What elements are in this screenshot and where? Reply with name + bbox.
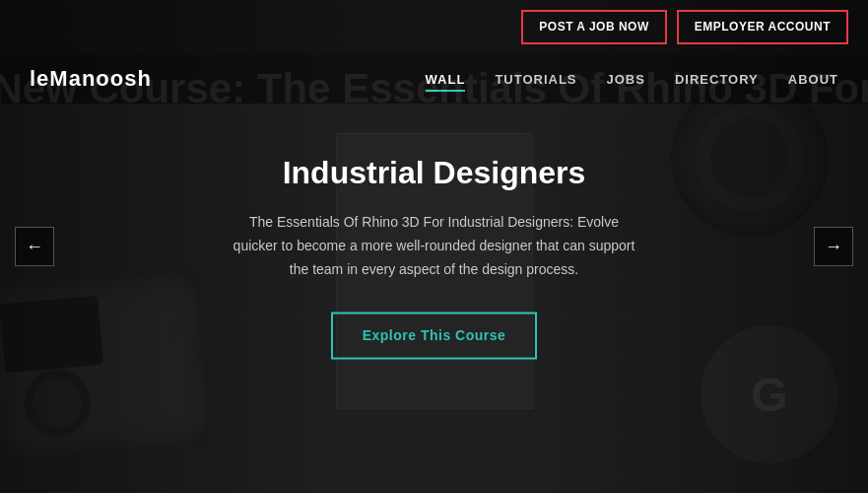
cta-explore-button[interactable]: Explore This Course bbox=[331, 312, 538, 359]
nav-wall[interactable]: WALL bbox=[426, 72, 466, 87]
nav-tutorials[interactable]: TUTORIALS bbox=[495, 72, 576, 87]
prev-slide-button[interactable]: ← bbox=[15, 227, 54, 266]
nav-links: WALL TUTORIALS JOBS DIRECTORY ABOUT bbox=[426, 72, 838, 87]
nav-about[interactable]: ABOUT bbox=[788, 72, 838, 87]
hero-content: New Course: The Essentials Of Rhino 3D F… bbox=[188, 154, 681, 359]
nav-jobs[interactable]: JOBS bbox=[607, 72, 645, 87]
logo-prefix: le bbox=[30, 66, 49, 91]
logo[interactable]: leManoosh bbox=[30, 66, 152, 92]
post-job-button[interactable]: POST A JOB NOW bbox=[521, 10, 666, 45]
hero-description: The Essentials Of Rhino 3D For Industria… bbox=[228, 212, 641, 282]
top-bar: POST A JOB NOW EMPLOYER ACCOUNT bbox=[0, 0, 868, 54]
nav-directory[interactable]: DIRECTORY bbox=[675, 72, 759, 87]
logo-suffix: Manoosh bbox=[49, 66, 152, 91]
employer-account-button[interactable]: EMPLOYER ACCOUNT bbox=[677, 10, 848, 45]
hero-title: Industrial Designers bbox=[188, 154, 681, 191]
next-slide-button[interactable]: → bbox=[814, 227, 853, 266]
navbar: leManoosh WALL TUTORIALS JOBS DIRECTORY … bbox=[0, 54, 868, 104]
hero-section: POST A JOB NOW EMPLOYER ACCOUNT leManoos… bbox=[0, 0, 868, 493]
